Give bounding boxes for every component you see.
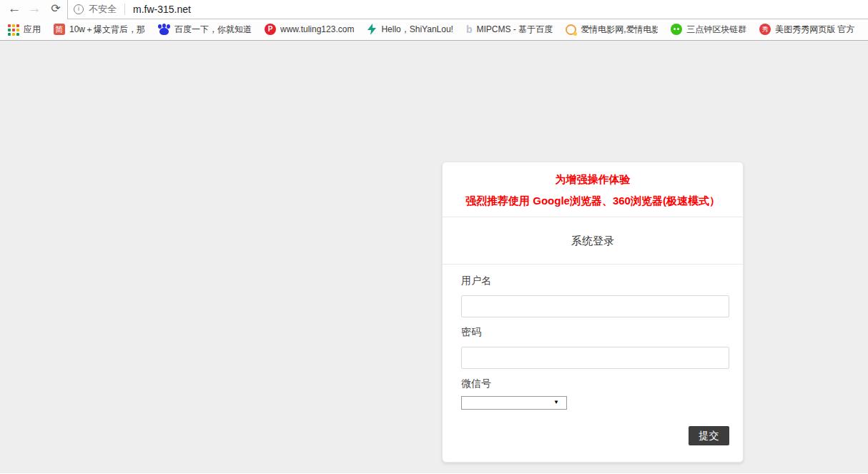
url-text[interactable]: m.fw-315.net xyxy=(133,4,191,15)
mipcms-b-icon: b xyxy=(466,24,473,35)
wechat-label: 微信号 xyxy=(461,377,729,390)
browser-toolbar: ← → ⟳ i 不安全 m.fw-315.net xyxy=(0,0,868,19)
meitu-icon: 秀 xyxy=(759,24,771,35)
bookmark-label: Hello，ShiYanLou! xyxy=(381,24,453,36)
tuling-p-icon: P xyxy=(265,24,276,35)
submit-button[interactable]: 提交 xyxy=(689,426,729,445)
bookmark-baidu[interactable]: 百度一下，你就知道 xyxy=(158,24,252,36)
notice-line1: 为增强操作体验 xyxy=(450,172,736,187)
bookmark-label: 爱情电影网,爱情电影 xyxy=(581,24,658,36)
page-content: 为增强操作体验 强烈推荐使用 Google浏览器、360浏览器(极速模式） 系统… xyxy=(0,41,868,473)
bookmark-wechat-group[interactable]: 三点钟区块链群 xyxy=(671,24,746,36)
bookmark-label: 三点钟区块链群 xyxy=(686,24,746,36)
baidu-paw-icon xyxy=(158,24,170,36)
movie-ring-icon xyxy=(566,24,576,35)
bookmark-jianshu[interactable]: 简 10w＋爆文背后，那 xyxy=(54,24,145,36)
login-card: 为增强操作体验 强烈推荐使用 Google浏览器、360浏览器(极速模式） 系统… xyxy=(442,162,744,463)
bookmark-mipcms[interactable]: b MIPCMS - 基于百度 xyxy=(466,24,553,36)
select-caret-icon: ▼ xyxy=(553,399,559,405)
bookmark-movie[interactable]: 爱情电影网,爱情电影 xyxy=(566,24,658,36)
bookmark-label: 美图秀秀网页版 官方 xyxy=(775,24,854,36)
bookmark-meitu[interactable]: 秀 美图秀秀网页版 官方 xyxy=(759,24,854,36)
bookmark-apps[interactable]: 应用 xyxy=(7,24,41,36)
bookmark-tuling[interactable]: P www.tuling123.com xyxy=(265,24,354,35)
password-input[interactable] xyxy=(461,347,729,369)
forward-icon: → xyxy=(26,0,43,19)
username-label: 用户名 xyxy=(461,275,729,287)
username-input[interactable] xyxy=(461,295,729,317)
bookmark-label: www.tuling123.com xyxy=(280,24,354,34)
address-separator xyxy=(124,4,125,15)
jianshu-icon: 简 xyxy=(54,24,65,35)
bookmark-label: MIPCMS - 基于百度 xyxy=(476,24,553,36)
back-icon[interactable]: ← xyxy=(6,0,23,19)
login-heading: 系统登录 xyxy=(443,217,743,265)
browser-recommendation-notice: 为增强操作体验 强烈推荐使用 Google浏览器、360浏览器(极速模式） xyxy=(443,162,743,217)
reload-icon[interactable]: ⟳ xyxy=(47,0,64,19)
bookmark-label: 百度一下，你就知道 xyxy=(174,24,252,36)
wechat-select[interactable]: ▼ xyxy=(461,396,567,410)
notice-line2: 强烈推荐使用 Google浏览器、360浏览器(极速模式） xyxy=(450,193,736,208)
browser-window: ← → ⟳ i 不安全 m.fw-315.net 应用 简 10w＋爆文背后，那… xyxy=(0,0,868,473)
shiyanlou-icon xyxy=(367,24,377,35)
login-form: 用户名 密码 微信号 ▼ 提交 xyxy=(443,275,743,445)
security-status-label[interactable]: 不安全 xyxy=(89,3,117,16)
address-bar[interactable]: i 不安全 m.fw-315.net xyxy=(67,0,868,19)
bookmark-label: 应用 xyxy=(24,24,41,36)
page-info-icon[interactable]: i xyxy=(74,4,84,14)
bookmark-shiyanlou[interactable]: Hello，ShiYanLou! xyxy=(367,24,453,36)
password-label: 密码 xyxy=(461,326,729,339)
bookmark-label: 10w＋爆文背后，那 xyxy=(69,24,145,36)
apps-grid-icon xyxy=(7,24,19,36)
bookmarks-bar: 应用 简 10w＋爆文背后，那 百度一下，你就知道 P www.tuling12… xyxy=(0,19,868,41)
wechat-group-icon xyxy=(671,24,682,35)
